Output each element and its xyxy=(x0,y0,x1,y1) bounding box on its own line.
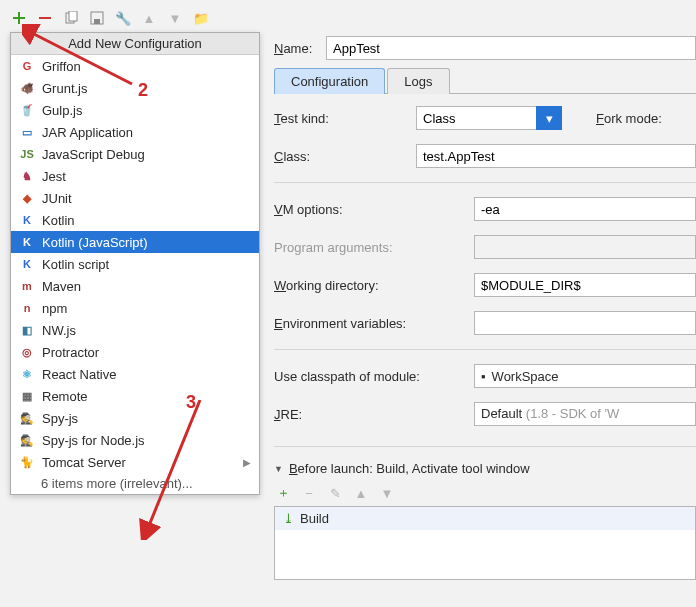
config-icon: K xyxy=(19,212,35,228)
config-label: JavaScript Debug xyxy=(42,147,145,162)
chevron-down-icon[interactable]: ▾ xyxy=(536,106,562,130)
config-label: JAR Application xyxy=(42,125,133,140)
config-icon: ◎ xyxy=(19,344,35,360)
config-icon: ⚛ xyxy=(19,366,35,382)
config-label: Kotlin (JavaScript) xyxy=(42,235,147,250)
list-item[interactable]: ⤓ Build xyxy=(275,507,695,530)
task-down-icon: ▼ xyxy=(378,484,396,502)
svg-rect-1 xyxy=(69,11,77,21)
up-icon: ▲ xyxy=(140,9,158,27)
name-label: Name: xyxy=(274,41,314,56)
config-label: Kotlin script xyxy=(42,257,109,272)
config-item-maven[interactable]: mMaven xyxy=(11,275,259,297)
config-item-javascript-debug[interactable]: JSJavaScript Debug xyxy=(11,143,259,165)
config-icon: 🥤 xyxy=(19,102,35,118)
config-item-kotlin[interactable]: KKotlin xyxy=(11,209,259,231)
svg-line-4 xyxy=(30,32,132,84)
class-input[interactable] xyxy=(416,144,696,168)
module-icon: ▪ xyxy=(481,369,486,384)
config-icon: m xyxy=(19,278,35,294)
programargs-label: Program arguments: xyxy=(274,240,460,255)
config-icon: K xyxy=(19,256,35,272)
vmoptions-input[interactable] xyxy=(474,197,696,221)
config-item-nw-js[interactable]: ◧NW.js xyxy=(11,319,259,341)
config-item-junit[interactable]: ◆JUnit xyxy=(11,187,259,209)
task-up-icon: ▲ xyxy=(352,484,370,502)
config-label: JUnit xyxy=(42,191,72,206)
edit-task-button: ✎ xyxy=(326,484,344,502)
config-label: Gulp.js xyxy=(42,103,82,118)
config-label: Jest xyxy=(42,169,66,184)
config-label: Kotlin xyxy=(42,213,75,228)
add-task-button[interactable]: ＋ xyxy=(274,484,292,502)
config-item-jest[interactable]: ♞Jest xyxy=(11,165,259,187)
envvars-input[interactable] xyxy=(474,311,696,335)
workdir-label: Working directory: xyxy=(274,278,460,293)
config-label: Spy-js xyxy=(42,411,78,426)
config-label: npm xyxy=(42,301,67,316)
config-label: Remote xyxy=(42,389,88,404)
tab-configuration[interactable]: Configuration xyxy=(274,68,385,94)
classpath-select[interactable]: ▪ WorkSpace xyxy=(474,364,696,388)
jre-label: JRE: xyxy=(274,407,460,422)
config-icon: K xyxy=(19,234,35,250)
config-item-protractor[interactable]: ◎Protractor xyxy=(11,341,259,363)
config-label: Protractor xyxy=(42,345,99,360)
testkind-label: Test kind: xyxy=(274,111,402,126)
config-icon: ▭ xyxy=(19,124,35,140)
tab-logs[interactable]: Logs xyxy=(387,68,449,94)
config-label: Maven xyxy=(42,279,81,294)
config-item-jar-application[interactable]: ▭JAR Application xyxy=(11,121,259,143)
down-icon: ▼ xyxy=(166,9,184,27)
collapse-icon[interactable]: ▼ xyxy=(274,464,283,474)
config-icon: ◆ xyxy=(19,190,35,206)
forkmode-label: Fork mode: xyxy=(596,111,662,126)
remove-task-button: − xyxy=(300,484,318,502)
config-icon: 🕵 xyxy=(19,432,35,448)
config-icon: 🐈 xyxy=(19,454,35,470)
chevron-right-icon: ▶ xyxy=(243,457,251,468)
vmoptions-label: VM options: xyxy=(274,202,460,217)
config-icon: 🕵 xyxy=(19,410,35,426)
config-icon: JS xyxy=(19,146,35,162)
config-icon: ♞ xyxy=(19,168,35,184)
config-icon: n xyxy=(19,300,35,316)
name-input[interactable] xyxy=(326,36,696,60)
config-item-react-native[interactable]: ⚛React Native xyxy=(11,363,259,385)
jre-select[interactable]: Default (1.8 - SDK of 'W xyxy=(474,402,696,426)
config-item-gulp-js[interactable]: 🥤Gulp.js xyxy=(11,99,259,121)
config-item-kotlin-script[interactable]: KKotlin script xyxy=(11,253,259,275)
svg-line-5 xyxy=(148,400,200,528)
testkind-select[interactable]: ▾ xyxy=(416,106,562,130)
config-item-npm[interactable]: nnpm xyxy=(11,297,259,319)
folder-icon[interactable]: 📁 xyxy=(192,9,210,27)
config-label: NW.js xyxy=(42,323,76,338)
workdir-input[interactable] xyxy=(474,273,696,297)
config-item-kotlin-javascript-[interactable]: KKotlin (JavaScript) xyxy=(11,231,259,253)
before-launch-label: Before launch: Build, Activate tool wind… xyxy=(289,461,530,476)
programargs-input[interactable] xyxy=(474,235,696,259)
config-icon: ▦ xyxy=(19,388,35,404)
before-launch-list[interactable]: ⤓ Build xyxy=(274,506,696,580)
build-icon: ⤓ xyxy=(283,511,294,526)
config-icon: ◧ xyxy=(19,322,35,338)
config-label: React Native xyxy=(42,367,116,382)
class-label: Class: xyxy=(274,149,402,164)
classpath-label: Use classpath of module: xyxy=(274,369,460,384)
envvars-label: Environment variables: xyxy=(274,316,460,331)
